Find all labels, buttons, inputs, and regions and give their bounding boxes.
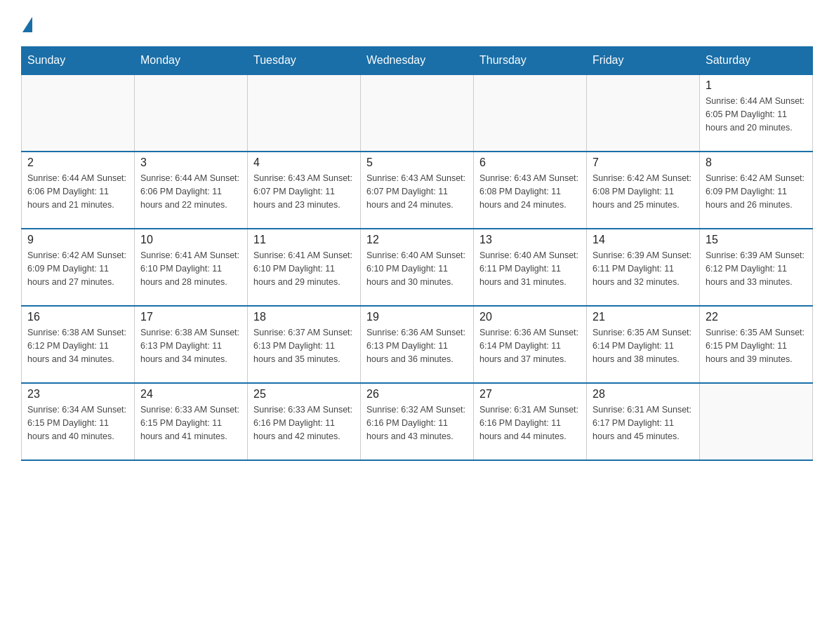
calendar-cell: 26Sunrise: 6:32 AM Sunset: 6:16 PM Dayli… [361, 383, 474, 460]
day-info: Sunrise: 6:43 AM Sunset: 6:07 PM Dayligh… [253, 172, 355, 211]
day-number: 13 [479, 234, 581, 246]
day-info: Sunrise: 6:32 AM Sunset: 6:16 PM Dayligh… [366, 403, 468, 443]
day-number: 10 [140, 234, 241, 246]
day-info: Sunrise: 6:31 AM Sunset: 6:17 PM Dayligh… [593, 403, 694, 443]
day-number: 12 [366, 234, 468, 246]
week-row-5: 23Sunrise: 6:34 AM Sunset: 6:15 PM Dayli… [22, 383, 813, 460]
day-info: Sunrise: 6:44 AM Sunset: 6:05 PM Dayligh… [706, 95, 807, 134]
week-row-3: 9Sunrise: 6:42 AM Sunset: 6:09 PM Daylig… [22, 229, 813, 306]
day-number: 27 [479, 388, 581, 401]
day-info: Sunrise: 6:42 AM Sunset: 6:09 PM Dayligh… [706, 172, 807, 211]
calendar-cell: 21Sunrise: 6:35 AM Sunset: 6:14 PM Dayli… [587, 306, 700, 383]
day-info: Sunrise: 6:35 AM Sunset: 6:15 PM Dayligh… [706, 326, 807, 365]
day-number: 7 [593, 156, 694, 169]
day-number: 24 [140, 388, 241, 401]
week-row-4: 16Sunrise: 6:38 AM Sunset: 6:12 PM Dayli… [22, 306, 813, 383]
calendar-cell: 19Sunrise: 6:36 AM Sunset: 6:13 PM Dayli… [361, 306, 474, 383]
week-row-1: 1Sunrise: 6:44 AM Sunset: 6:05 PM Daylig… [22, 74, 813, 152]
day-info: Sunrise: 6:40 AM Sunset: 6:11 PM Dayligh… [479, 249, 581, 288]
day-number: 22 [706, 311, 807, 323]
day-number: 1 [706, 79, 807, 92]
day-number: 2 [27, 156, 128, 169]
calendar-cell: 2Sunrise: 6:44 AM Sunset: 6:06 PM Daylig… [22, 152, 135, 229]
calendar-table: SundayMondayTuesdayWednesdayThursdayFrid… [21, 46, 813, 461]
day-number: 16 [27, 311, 128, 323]
day-number: 28 [593, 388, 694, 401]
day-info: Sunrise: 6:44 AM Sunset: 6:06 PM Dayligh… [27, 172, 128, 211]
day-number: 20 [479, 311, 581, 323]
day-info: Sunrise: 6:38 AM Sunset: 6:13 PM Dayligh… [140, 326, 241, 365]
calendar-cell [361, 74, 474, 152]
calendar-cell: 27Sunrise: 6:31 AM Sunset: 6:16 PM Dayli… [474, 383, 587, 460]
weekday-header-saturday: Saturday [700, 47, 813, 75]
day-number: 9 [27, 234, 128, 246]
day-info: Sunrise: 6:44 AM Sunset: 6:06 PM Dayligh… [140, 172, 241, 211]
calendar-cell: 7Sunrise: 6:42 AM Sunset: 6:08 PM Daylig… [587, 152, 700, 229]
day-info: Sunrise: 6:42 AM Sunset: 6:09 PM Dayligh… [27, 249, 128, 288]
day-info: Sunrise: 6:40 AM Sunset: 6:10 PM Dayligh… [366, 249, 468, 288]
day-number: 6 [479, 156, 581, 169]
week-row-2: 2Sunrise: 6:44 AM Sunset: 6:06 PM Daylig… [22, 152, 813, 229]
calendar-cell: 1Sunrise: 6:44 AM Sunset: 6:05 PM Daylig… [700, 74, 813, 152]
calendar-cell: 17Sunrise: 6:38 AM Sunset: 6:13 PM Dayli… [135, 306, 248, 383]
calendar-cell [248, 74, 361, 152]
weekday-header-monday: Monday [135, 47, 248, 75]
calendar-cell: 5Sunrise: 6:43 AM Sunset: 6:07 PM Daylig… [361, 152, 474, 229]
calendar-cell [135, 74, 248, 152]
calendar-cell: 22Sunrise: 6:35 AM Sunset: 6:15 PM Dayli… [700, 306, 813, 383]
calendar-cell: 16Sunrise: 6:38 AM Sunset: 6:12 PM Dayli… [22, 306, 135, 383]
calendar-cell: 8Sunrise: 6:42 AM Sunset: 6:09 PM Daylig… [700, 152, 813, 229]
calendar-cell: 28Sunrise: 6:31 AM Sunset: 6:17 PM Dayli… [587, 383, 700, 460]
weekday-header-friday: Friday [587, 47, 700, 75]
day-info: Sunrise: 6:36 AM Sunset: 6:14 PM Dayligh… [479, 326, 581, 365]
calendar-cell: 14Sunrise: 6:39 AM Sunset: 6:11 PM Dayli… [587, 229, 700, 306]
calendar-cell: 25Sunrise: 6:33 AM Sunset: 6:16 PM Dayli… [248, 383, 361, 460]
day-number: 8 [706, 156, 807, 169]
page-header [21, 14, 813, 32]
day-info: Sunrise: 6:36 AM Sunset: 6:13 PM Dayligh… [366, 326, 468, 365]
day-info: Sunrise: 6:39 AM Sunset: 6:12 PM Dayligh… [706, 249, 807, 288]
day-number: 5 [366, 156, 468, 169]
day-info: Sunrise: 6:35 AM Sunset: 6:14 PM Dayligh… [593, 326, 694, 365]
calendar-cell: 24Sunrise: 6:33 AM Sunset: 6:15 PM Dayli… [135, 383, 248, 460]
day-number: 23 [27, 388, 128, 401]
day-number: 15 [706, 234, 807, 246]
day-number: 19 [366, 311, 468, 323]
weekday-header-wednesday: Wednesday [361, 47, 474, 75]
day-number: 11 [253, 234, 355, 246]
logo [21, 14, 32, 32]
day-info: Sunrise: 6:41 AM Sunset: 6:10 PM Dayligh… [253, 249, 355, 288]
calendar-cell: 20Sunrise: 6:36 AM Sunset: 6:14 PM Dayli… [474, 306, 587, 383]
day-number: 4 [253, 156, 355, 169]
logo-triangle-icon [22, 17, 32, 32]
day-info: Sunrise: 6:34 AM Sunset: 6:15 PM Dayligh… [27, 403, 128, 443]
day-info: Sunrise: 6:33 AM Sunset: 6:15 PM Dayligh… [140, 403, 241, 443]
day-info: Sunrise: 6:43 AM Sunset: 6:07 PM Dayligh… [366, 172, 468, 211]
day-info: Sunrise: 6:31 AM Sunset: 6:16 PM Dayligh… [479, 403, 581, 443]
day-number: 17 [140, 311, 241, 323]
calendar-cell [22, 74, 135, 152]
day-info: Sunrise: 6:38 AM Sunset: 6:12 PM Dayligh… [27, 326, 128, 365]
weekday-header-row: SundayMondayTuesdayWednesdayThursdayFrid… [22, 47, 813, 75]
calendar-cell: 9Sunrise: 6:42 AM Sunset: 6:09 PM Daylig… [22, 229, 135, 306]
calendar-cell: 12Sunrise: 6:40 AM Sunset: 6:10 PM Dayli… [361, 229, 474, 306]
calendar-cell: 11Sunrise: 6:41 AM Sunset: 6:10 PM Dayli… [248, 229, 361, 306]
day-number: 14 [593, 234, 694, 246]
day-info: Sunrise: 6:43 AM Sunset: 6:08 PM Dayligh… [479, 172, 581, 211]
calendar-cell: 23Sunrise: 6:34 AM Sunset: 6:15 PM Dayli… [22, 383, 135, 460]
calendar-cell: 4Sunrise: 6:43 AM Sunset: 6:07 PM Daylig… [248, 152, 361, 229]
calendar-cell: 10Sunrise: 6:41 AM Sunset: 6:10 PM Dayli… [135, 229, 248, 306]
day-info: Sunrise: 6:42 AM Sunset: 6:08 PM Dayligh… [593, 172, 694, 211]
calendar-cell: 6Sunrise: 6:43 AM Sunset: 6:08 PM Daylig… [474, 152, 587, 229]
calendar-cell: 13Sunrise: 6:40 AM Sunset: 6:11 PM Dayli… [474, 229, 587, 306]
calendar-cell [474, 74, 587, 152]
calendar-cell [700, 383, 813, 460]
weekday-header-thursday: Thursday [474, 47, 587, 75]
calendar-cell: 3Sunrise: 6:44 AM Sunset: 6:06 PM Daylig… [135, 152, 248, 229]
calendar-cell: 15Sunrise: 6:39 AM Sunset: 6:12 PM Dayli… [700, 229, 813, 306]
calendar-cell: 18Sunrise: 6:37 AM Sunset: 6:13 PM Dayli… [248, 306, 361, 383]
day-number: 3 [140, 156, 241, 169]
day-info: Sunrise: 6:33 AM Sunset: 6:16 PM Dayligh… [253, 403, 355, 443]
day-number: 18 [253, 311, 355, 323]
day-info: Sunrise: 6:39 AM Sunset: 6:11 PM Dayligh… [593, 249, 694, 288]
